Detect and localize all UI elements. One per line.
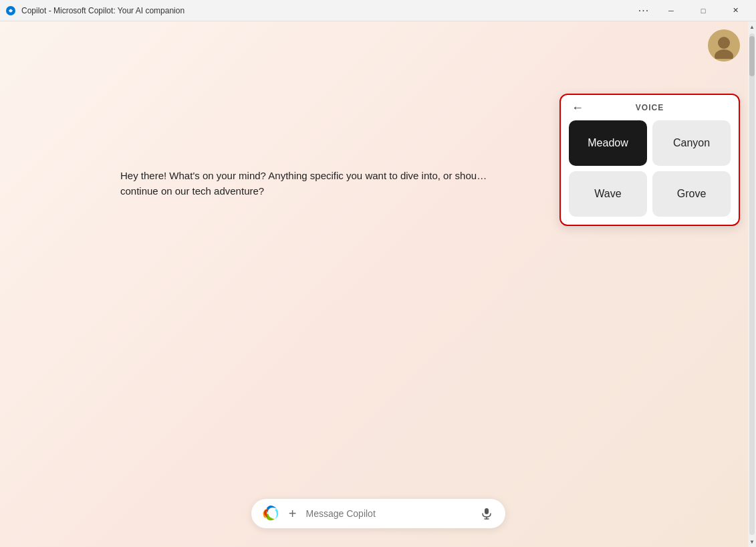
voice-option-meadow[interactable]: Meadow — [569, 120, 647, 166]
voice-option-wave[interactable]: Wave — [569, 171, 647, 217]
input-container: + — [251, 499, 505, 528]
minimize-button[interactable]: ─ — [656, 0, 686, 21]
titlebar-controls: ··· ─ □ ✕ — [633, 0, 751, 21]
voice-grid: Meadow Canyon Wave Grove — [569, 120, 731, 217]
copilot-logo — [261, 504, 279, 523]
voice-option-canyon[interactable]: Canyon — [652, 120, 731, 166]
scroll-up[interactable]: ▲ — [748, 21, 756, 32]
svg-point-1 — [718, 37, 730, 49]
message-input[interactable] — [306, 508, 472, 519]
titlebar-title: Copilot - Microsoft Copilot: Your AI com… — [21, 6, 184, 15]
main-content: ▲ ▼ Hey there! What's on your mind? Anyt… — [0, 21, 756, 547]
scrollbar-track[interactable] — [749, 33, 755, 535]
voice-title: VOICE — [636, 103, 664, 112]
avatar[interactable] — [708, 29, 740, 62]
mic-icon — [481, 508, 493, 520]
voice-back-button[interactable]: ← — [569, 101, 586, 115]
avatar-image — [711, 32, 737, 59]
scroll-down[interactable]: ▼ — [748, 536, 756, 547]
scrollbar-thumb[interactable] — [749, 36, 755, 76]
app-icon — [5, 5, 16, 16]
scrollbar: ▲ ▼ — [748, 21, 756, 547]
mic-button[interactable] — [477, 504, 496, 523]
voice-panel: ← VOICE Meadow Canyon Wave Grove — [559, 94, 740, 226]
titlebar-left: Copilot - Microsoft Copilot: Your AI com… — [5, 5, 184, 16]
close-button[interactable]: ✕ — [720, 0, 751, 21]
voice-option-grove[interactable]: Grove — [652, 171, 731, 217]
add-button[interactable]: + — [285, 506, 301, 522]
bottom-bar: + — [251, 499, 505, 528]
voice-header: ← VOICE — [569, 103, 731, 112]
more-button[interactable]: ··· — [633, 0, 654, 21]
svg-point-2 — [715, 49, 733, 59]
maximize-button[interactable]: □ — [688, 0, 719, 21]
titlebar: Copilot - Microsoft Copilot: Your AI com… — [0, 0, 756, 21]
svg-rect-3 — [485, 508, 489, 514]
chat-message: Hey there! What's on your mind? Anything… — [120, 169, 521, 199]
